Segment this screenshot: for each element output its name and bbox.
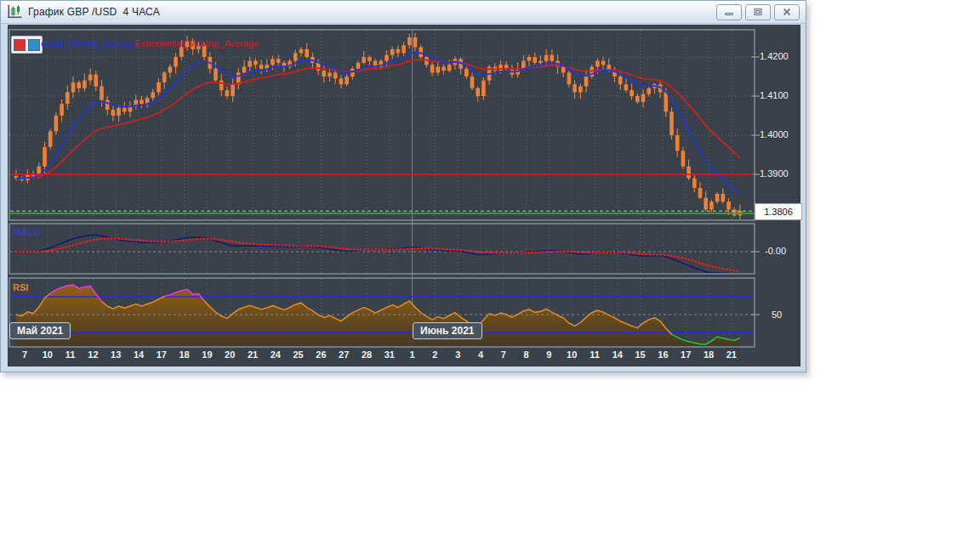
price-tick-label: 1.3900 (760, 168, 799, 179)
maximize-button[interactable] (745, 4, 771, 20)
time-tick-label: 17 (151, 349, 173, 360)
time-tick-label: 1 (402, 349, 424, 360)
price-tick-label: 1.4200 (760, 51, 799, 61)
time-tick-label: 19 (196, 349, 218, 360)
candle (94, 75, 99, 87)
candle (350, 69, 355, 77)
time-tick-label: 10 (561, 349, 583, 360)
candle (618, 77, 623, 84)
time-tick-label: 28 (356, 349, 378, 360)
candle (647, 88, 651, 94)
time-tick-label: 4 (470, 349, 492, 360)
candle (481, 81, 486, 96)
time-tick-label: 18 (698, 349, 720, 360)
legend-ema-fast-label: ential_Moving_Average (41, 38, 139, 48)
candle (140, 100, 144, 105)
candle (77, 82, 81, 88)
price-tick-label: 1.4000 (760, 129, 799, 139)
maximize-icon (753, 8, 763, 16)
candle (681, 151, 686, 166)
time-tick-label: 10 (37, 349, 59, 360)
candle (442, 67, 446, 71)
time-tick-label: 17 (675, 349, 697, 360)
candle (470, 77, 475, 88)
candle (561, 67, 566, 73)
candle (595, 61, 600, 67)
candle (254, 61, 258, 65)
candle (402, 45, 406, 53)
candle (726, 202, 731, 209)
candle (675, 135, 680, 151)
candle (225, 90, 230, 96)
candle (368, 57, 372, 61)
candle (60, 104, 64, 116)
time-tick-label: 14 (128, 349, 150, 360)
time-tick-label: 26 (310, 349, 332, 360)
time-tick-label: 11 (60, 349, 82, 360)
candle (105, 100, 110, 111)
candle (664, 92, 669, 111)
candle (316, 63, 321, 71)
rsi-panel-label: RSI (13, 282, 28, 293)
candle (242, 67, 247, 73)
candle (174, 57, 178, 67)
macd-axis-value: -0.00 (765, 246, 786, 256)
candle (601, 61, 606, 65)
candle (573, 84, 577, 92)
minimize-icon (724, 8, 734, 16)
candle (630, 90, 634, 96)
candle (407, 37, 412, 45)
candle (345, 77, 349, 84)
candle (476, 88, 480, 96)
close-icon (782, 8, 792, 16)
price-tick-label: 1.4100 (760, 90, 799, 100)
month-marker-june: Июнь 2021 (413, 322, 482, 339)
rsi-layer (10, 285, 754, 346)
candle (276, 59, 281, 63)
candle (538, 61, 543, 63)
candle (396, 49, 401, 54)
candle (88, 75, 93, 81)
time-tick-label: 24 (265, 349, 287, 360)
time-tick-label: 7 (14, 349, 36, 360)
candle (709, 202, 714, 209)
candle (162, 72, 167, 82)
candle (293, 53, 298, 60)
macd-line (16, 236, 740, 275)
candle (157, 82, 161, 93)
close-button[interactable] (774, 4, 800, 20)
candle (231, 84, 235, 96)
time-tick-label: 3 (447, 349, 469, 360)
rsi-fill (16, 285, 740, 346)
time-tick-label: 13 (105, 349, 127, 360)
time-tick-label: 21 (721, 349, 743, 360)
candle (43, 147, 47, 167)
chart-app-icon (7, 4, 24, 20)
candle (362, 57, 366, 63)
window-controls (716, 4, 802, 20)
title-bar[interactable]: График GBP /USD 4 ЧАСА (1, 1, 806, 24)
minimize-button[interactable] (716, 4, 742, 20)
candle (447, 65, 452, 71)
ema-slow-line (16, 60, 740, 179)
time-tick-label: 9 (538, 349, 560, 360)
candle (692, 179, 697, 189)
candle (122, 108, 127, 112)
time-tick-label: 20 (219, 349, 241, 360)
time-tick-label: 8 (516, 349, 538, 360)
candle (533, 57, 537, 63)
candle (71, 82, 76, 93)
candle (179, 48, 184, 58)
main-panel-border (9, 30, 755, 220)
time-tick-label: 16 (652, 349, 674, 360)
chart-window: График GBP /USD 4 ЧАСА (0, 0, 806, 372)
desktop: { "window": { "title": "График GBP /USD … (0, 0, 980, 551)
candle (721, 194, 726, 202)
ema-fast-toggle-chip[interactable] (14, 39, 26, 51)
chart-canvas (8, 25, 801, 368)
candle (464, 69, 469, 77)
time-tick-label: 12 (82, 349, 104, 360)
ema-slow-toggle-chip[interactable] (28, 39, 40, 51)
candle (715, 194, 720, 202)
candle (544, 55, 549, 61)
